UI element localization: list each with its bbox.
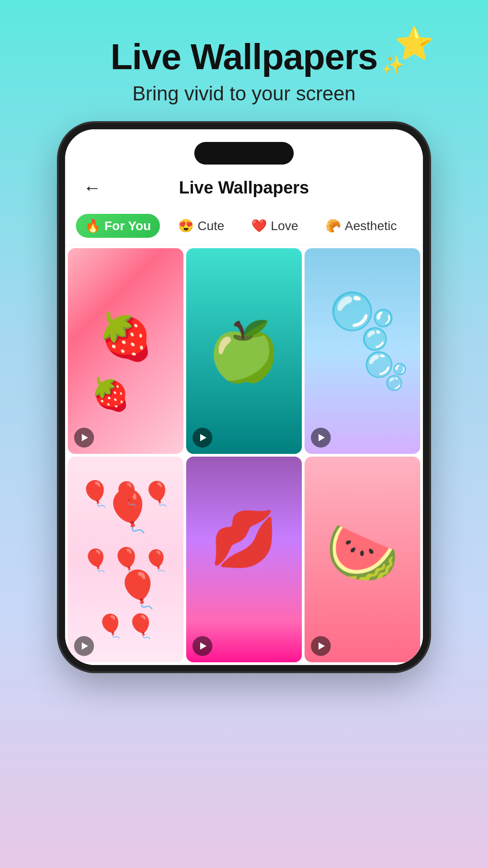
cute-label: Cute [197,219,224,233]
tab-light-dark[interactable]: Light & Dark [415,214,423,238]
tab-aesthetic[interactable]: 🥐 Aesthetic [316,214,406,238]
wallpaper-strawberry[interactable] [68,248,183,454]
wallpaper-watermelon[interactable] [305,457,420,662]
wallpaper-lips[interactable] [186,457,302,662]
balloons-image: 🎈🎈 🎈🎈 🎈🎈 🎈🎈 [68,457,183,662]
play-icon-watermelon [311,636,331,656]
back-button[interactable]: ← [83,178,101,198]
play-icon-bubbles [311,428,331,448]
play-icon-apple [192,428,212,448]
play-icon-lips [192,636,212,656]
header-section: ⭐ ✨ Live Wallpapers Bring vivid to your … [0,0,488,123]
play-icon-balloons [74,636,94,656]
cute-emoji: 😍 [178,218,194,233]
love-emoji: ❤️ [251,218,267,233]
bubbles-image [305,248,420,454]
wallpaper-balloons[interactable]: 🎈🎈 🎈🎈 🎈🎈 🎈🎈 [68,457,183,662]
app-title: Live Wallpapers [110,36,377,78]
tab-love[interactable]: ❤️ Love [242,214,307,238]
aesthetic-emoji: 🥐 [325,218,341,233]
wallpaper-bubbles[interactable] [305,248,420,454]
tab-for-you[interactable]: 🔥 For You [76,214,160,238]
lips-image [186,457,302,662]
for-you-label: For You [104,219,151,233]
phone-nav: ← Live Wallpapers [65,169,423,207]
phone-frame: ← Live Wallpapers 🔥 For You 😍 Cute ❤️ Lo… [59,123,429,671]
sparkle-small: ✨ [382,54,404,75]
play-icon-strawberry [74,428,94,448]
notch-pill [194,142,294,165]
strawberry-image [68,248,183,454]
wallpaper-apple[interactable] [186,248,302,454]
app-subtitle: Bring vivid to your screen [132,82,356,105]
phone-notch [65,129,423,169]
watermelon-image [305,457,420,662]
tab-cute[interactable]: 😍 Cute [169,214,233,238]
for-you-emoji: 🔥 [85,218,101,233]
apple-image [186,248,302,454]
phone-container: ← Live Wallpapers 🔥 For You 😍 Cute ❤️ Lo… [59,123,429,671]
love-label: Love [271,219,298,233]
aesthetic-label: Aesthetic [345,219,397,233]
nav-title: Live Wallpapers [179,178,309,198]
wallpaper-grid: 🎈🎈 🎈🎈 🎈🎈 🎈🎈 [65,245,423,665]
category-tabs: 🔥 For You 😍 Cute ❤️ Love 🥐 Aesthetic Lig… [65,207,423,245]
